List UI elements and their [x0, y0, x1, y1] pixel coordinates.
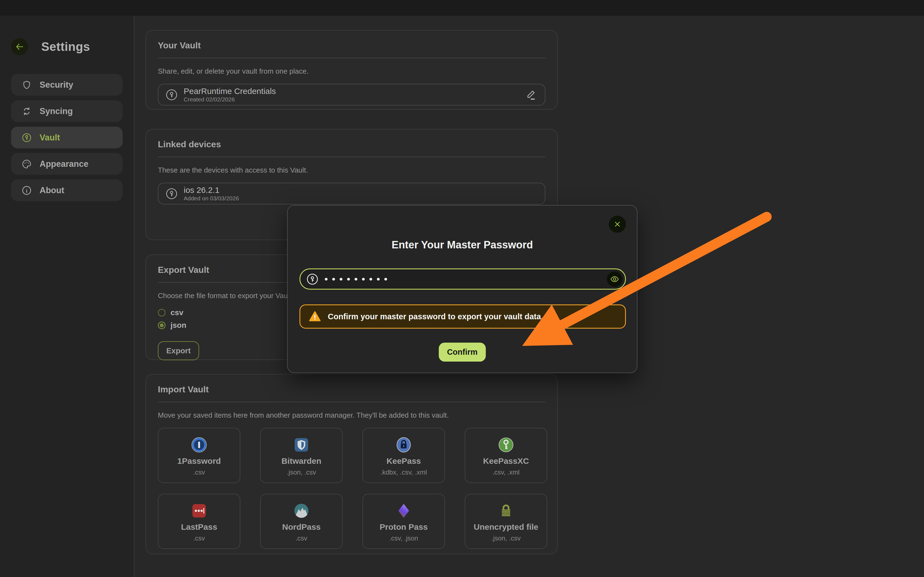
unencrypted-lock-icon [497, 502, 515, 520]
eye-icon [610, 274, 619, 284]
import-tile-lastpass[interactable]: LastPass .csv [158, 494, 240, 549]
warning-text: Confirm your master password to export y… [328, 312, 543, 321]
sidebar-item-appearance[interactable]: Appearance [11, 153, 123, 175]
close-button[interactable] [609, 216, 626, 233]
import-tile-nordpass[interactable]: NordPass .csv [260, 494, 342, 549]
sidebar-item-label: Syncing [40, 106, 73, 116]
back-arrow-icon [15, 42, 24, 52]
bitwarden-icon [292, 436, 310, 454]
device-row-texts: ios 26.2.1 Added on 03/03/2026 [184, 185, 537, 201]
provider-name: NordPass [282, 522, 321, 532]
card-title: Your Vault [158, 40, 545, 50]
import-tile-keepassxc[interactable]: KeePassXC .csv, .xml [465, 428, 547, 483]
import-tile-keepass[interactable]: KeePass .kdbx, .csv, .xml [362, 428, 445, 483]
settings-sidebar: Settings Security Syncing Vault [0, 16, 134, 577]
key-icon [166, 89, 178, 101]
top-window-strip [0, 0, 924, 16]
provider-formats: .kdbx, .csv, .xml [381, 469, 427, 476]
import-tile-1password[interactable]: 1Password .csv [158, 428, 240, 483]
key-icon [21, 132, 32, 143]
import-provider-grid: 1Password .csv Bitwarden .json, .csv Kee… [158, 428, 545, 549]
sidebar-item-label: Vault [40, 133, 60, 143]
card-description: Share, edit, or delete your vault from o… [158, 67, 545, 76]
import-tile-bitwarden[interactable]: Bitwarden .json, .csv [260, 428, 342, 483]
confirm-button[interactable]: Confirm [439, 343, 486, 362]
close-icon [613, 220, 622, 228]
keepass-icon [395, 436, 412, 454]
vault-row-texts: PearRuntime Credentials Created 02/02/20… [184, 87, 524, 103]
export-button[interactable]: Export [158, 341, 199, 360]
provider-formats: .json, .csv [287, 469, 316, 476]
app-root: Settings Security Syncing Vault [0, 0, 924, 577]
warning-banner: Confirm your master password to export y… [299, 305, 626, 329]
radio-label: csv [171, 308, 183, 317]
divider [158, 156, 545, 157]
vault-name: PearRuntime Credentials [184, 87, 524, 96]
lastpass-icon [190, 502, 208, 520]
import-tile-unencrypted[interactable]: Unencrypted file .json, .csv [465, 494, 547, 549]
provider-name: KeePass [386, 456, 421, 466]
import-tile-protonpass[interactable]: Proton Pass .csv, .json [362, 494, 445, 549]
modal-title: Enter Your Master Password [288, 239, 637, 251]
pencil-icon [524, 89, 536, 101]
provider-name: Bitwarden [281, 456, 321, 466]
provider-formats: .csv [193, 469, 205, 476]
provider-name: Proton Pass [380, 522, 428, 532]
sidebar-header: Settings [0, 16, 134, 55]
masked-password-value: ••••••••• [323, 273, 607, 285]
onepassword-icon [190, 436, 208, 454]
edit-vault-button[interactable] [524, 88, 537, 102]
provider-name: 1Password [178, 456, 221, 466]
card-description: Move your saved items here from another … [158, 411, 545, 419]
provider-formats: .csv [296, 534, 307, 542]
provider-name: LastPass [181, 522, 217, 532]
shield-icon [21, 79, 32, 91]
protonpass-icon [395, 502, 412, 520]
sidebar-item-vault[interactable]: Vault [11, 127, 123, 148]
master-password-input[interactable]: ••••••••• [299, 268, 626, 290]
warning-triangle-icon [309, 310, 321, 323]
divider [158, 58, 545, 58]
key-icon [166, 188, 178, 200]
palette-icon [21, 158, 32, 170]
master-password-modal: Enter Your Master Password ••••••••• Con… [287, 205, 638, 373]
toggle-password-visibility-button[interactable] [607, 271, 622, 287]
vault-row[interactable]: PearRuntime Credentials Created 02/02/20… [158, 84, 545, 105]
provider-name: Unencrypted file [473, 522, 538, 532]
vault-created-date: Created 02/02/2026 [184, 96, 524, 103]
keepassxc-icon [497, 436, 515, 454]
provider-formats: .csv [193, 534, 205, 542]
radio-checked-icon[interactable] [158, 321, 166, 329]
sidebar-item-label: Appearance [40, 159, 88, 169]
provider-formats: .json, .csv [491, 534, 521, 542]
card-description: These are the devices with access to thi… [158, 166, 545, 174]
sidebar-nav: Security Syncing Vault Appearance [0, 74, 134, 201]
device-name: ios 26.2.1 [184, 185, 537, 195]
provider-formats: .csv, .xml [493, 469, 520, 476]
sidebar-item-syncing[interactable]: Syncing [11, 100, 123, 122]
sidebar-item-label: About [40, 185, 65, 195]
sync-icon [21, 105, 32, 117]
info-icon [21, 185, 32, 196]
card-title: Linked devices [158, 139, 545, 150]
provider-name: KeePassXC [483, 456, 529, 466]
radio-unchecked-icon[interactable] [158, 309, 166, 316]
page-title: Settings [41, 40, 90, 53]
radio-label: json [171, 321, 186, 330]
import-vault-card: Import Vault Move your saved items here … [145, 374, 558, 554]
sidebar-item-about[interactable]: About [11, 179, 123, 201]
key-icon [306, 273, 318, 285]
nordpass-icon [292, 502, 310, 520]
sidebar-item-label: Security [40, 80, 73, 90]
divider [158, 402, 545, 402]
back-button[interactable] [11, 38, 28, 55]
provider-formats: .csv, .json [389, 534, 418, 542]
device-row[interactable]: ios 26.2.1 Added on 03/03/2026 [158, 183, 545, 205]
your-vault-card: Your Vault Share, edit, or delete your v… [145, 30, 558, 110]
device-added-date: Added on 03/03/2026 [184, 195, 537, 201]
card-title: Import Vault [158, 384, 545, 395]
sidebar-item-security[interactable]: Security [11, 74, 123, 96]
